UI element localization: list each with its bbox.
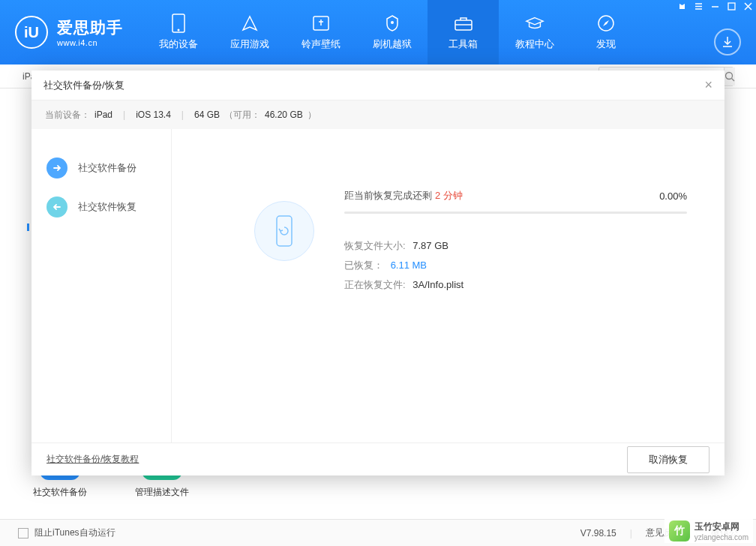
svg-point-7 (726, 72, 733, 79)
nav-bar: 我的设备 应用游戏 铃声壁纸 刷机越狱 工具箱 教程中心 发现 (142, 0, 641, 64)
logo-area: iU 爱思助手 www.i4.cn (0, 16, 142, 49)
itunes-checkbox[interactable] (18, 528, 28, 538)
status-bar: 阻止iTunes自动运行 V7.98.15 | 意见反馈 | 微信公 (0, 519, 756, 546)
search-icon (724, 71, 735, 82)
cancel-restore-button[interactable]: 取消恢复 (627, 446, 710, 473)
device-free: 46.20 GB (265, 110, 303, 120)
window-controls (674, 0, 756, 12)
progress-bar (344, 212, 687, 214)
device-os: iOS 13.4 (136, 110, 171, 120)
nav-apps[interactable]: 应用游戏 (214, 0, 285, 64)
nav-toolbox[interactable]: 工具箱 (428, 0, 499, 64)
sidebar-backup[interactable]: 社交软件备份 (32, 148, 171, 188)
svg-point-1 (177, 29, 179, 32)
watermark-logo-icon: 竹 (669, 520, 690, 542)
win-menu-icon[interactable] (690, 0, 706, 12)
device-icon (169, 14, 188, 33)
svg-point-3 (391, 21, 394, 24)
backup-restore-modal: 社交软件备份/恢复 × 当前设备： iPad | iOS 13.4 | 64 G… (32, 70, 724, 476)
svg-rect-10 (277, 216, 292, 246)
maximize-button[interactable] (723, 0, 740, 12)
tutorial-link[interactable]: 社交软件备份/恢复教程 (46, 453, 139, 466)
search-button[interactable] (724, 68, 735, 86)
restored-size: 6.11 MB (391, 260, 427, 271)
close-button[interactable] (740, 0, 756, 12)
modal-title: 社交软件备份/恢复 (44, 79, 124, 92)
app-header: iU 爱思助手 www.i4.cn 我的设备 应用游戏 铃声壁纸 刷机越狱 工具… (0, 0, 756, 64)
version-label: V7.98.15 (580, 528, 616, 538)
apps-icon (240, 14, 260, 33)
modal-footer: 社交软件备份/恢复教程 取消恢复 (32, 442, 724, 476)
nav-my-device[interactable]: 我的设备 (142, 0, 214, 64)
watermark: 竹 玉竹安卓网 yzlangecha.com (664, 519, 753, 543)
win-shirt-icon[interactable] (674, 0, 690, 12)
itunes-label: 阻止iTunes自动运行 (34, 526, 116, 539)
jailbreak-icon (382, 14, 402, 33)
sidebar-restore[interactable]: 社交软件恢复 (32, 188, 171, 226)
modal-close-button[interactable]: × (704, 77, 712, 93)
modal-sidebar: 社交软件备份 社交软件恢复 (32, 129, 172, 442)
device-storage: 64 GB (194, 110, 220, 120)
restore-size: 7.87 GB (412, 240, 448, 251)
restore-arrow-icon (46, 196, 68, 218)
modal-header: 社交软件备份/恢复 × (32, 70, 724, 100)
download-button[interactable] (714, 28, 741, 56)
progress-percent: 0.00% (659, 190, 687, 202)
app-title: 爱思助手 (57, 17, 123, 38)
nav-discover[interactable]: 发现 (570, 0, 641, 64)
nav-ringtones[interactable]: 铃声壁纸 (285, 0, 356, 64)
toolbox-icon (454, 14, 473, 33)
nav-tutorials[interactable]: 教程中心 (499, 0, 570, 64)
app-logo-icon: iU (15, 16, 48, 49)
device-info-bar: 当前设备： iPad | iOS 13.4 | 64 GB （可用： 46.20… (32, 100, 724, 129)
backup-arrow-icon (46, 158, 68, 178)
current-file: 3A/Info.plist (412, 279, 464, 290)
ringtone-icon (311, 14, 331, 33)
progress-prefix: 距当前恢复完成还剩 (344, 189, 432, 202)
nav-jailbreak[interactable]: 刷机越狱 (356, 0, 428, 64)
svg-rect-6 (728, 3, 735, 10)
app-url: www.i4.cn (57, 38, 123, 47)
time-remaining: 2 分钟 (435, 189, 463, 202)
tutorial-icon (525, 14, 544, 33)
modal-content: 距当前恢复完成还剩 2 分钟 0.00% 恢复文件大小: 7.87 GB 已恢复… (172, 129, 724, 442)
sidebar-indicator (27, 224, 29, 231)
device-name: iPad (94, 110, 112, 120)
phone-restore-icon (254, 201, 314, 261)
minimize-button[interactable] (706, 0, 723, 12)
discover-icon (596, 14, 616, 33)
